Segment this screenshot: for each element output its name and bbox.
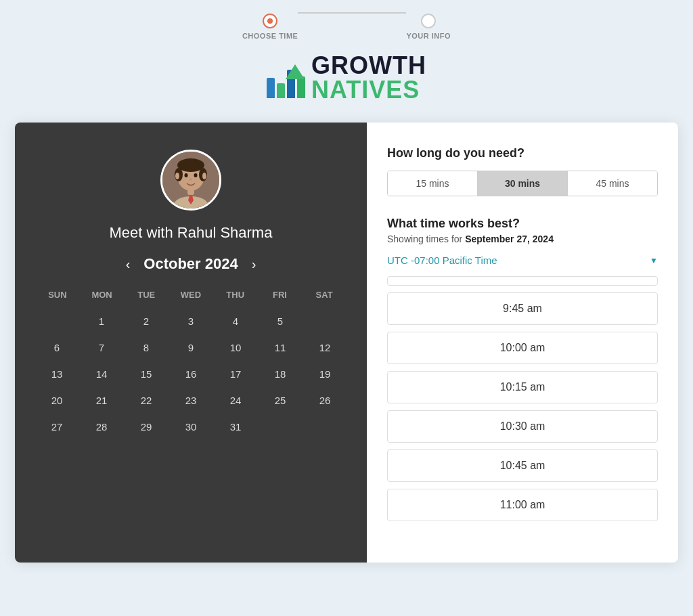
day-header-sat: SAT — [302, 286, 346, 303]
prev-month-button[interactable]: ‹ — [126, 257, 131, 272]
avatar-image — [162, 152, 219, 208]
time-slot-placeholder — [387, 276, 658, 286]
avatar — [160, 150, 221, 211]
right-panel: How long do you need? 15 mins 30 mins 45… — [367, 123, 678, 563]
time-slot[interactable]: 11:00 am — [387, 489, 658, 521]
calendar-day[interactable]: 1 — [80, 309, 123, 334]
svg-point-12 — [202, 173, 206, 179]
duration-15-button[interactable]: 15 mins — [388, 171, 478, 196]
calendar-day[interactable]: 4 — [214, 309, 257, 334]
calendar-day[interactable]: 8 — [125, 335, 168, 360]
calendar-day[interactable]: 26 — [303, 388, 346, 413]
calendar-panel: Meet with Rahul Sharma ‹ October 2024 › … — [15, 123, 367, 563]
day-header-tue: TUE — [124, 286, 169, 303]
logo: GROWTH NATIVES — [267, 53, 426, 102]
calendar-nav: ‹ October 2024 › — [35, 255, 346, 273]
duration-45-button[interactable]: 45 mins — [568, 171, 657, 196]
calendar-day[interactable]: 21 — [80, 388, 123, 413]
calendar-day[interactable]: 17 — [214, 361, 257, 387]
calendar-day[interactable]: 22 — [125, 388, 168, 413]
calendar-day[interactable]: 14 — [80, 361, 123, 387]
timezone-label: UTC -07:00 Pacific Time — [387, 255, 497, 266]
logo-natives-text: NATIVES — [311, 78, 426, 102]
calendar-day — [303, 414, 346, 439]
calendar-header-row: SUN MON TUE WED THU FRI SAT — [35, 286, 346, 303]
calendar-day[interactable]: 31 — [214, 414, 257, 439]
logo-text: GROWTH NATIVES — [311, 53, 426, 102]
time-title: What time works best? — [387, 217, 658, 231]
step2-label: YOUR INFO — [406, 32, 451, 40]
timezone-arrow-icon: ▼ — [650, 256, 658, 265]
calendar-day[interactable]: 5 — [259, 309, 302, 334]
calendar-day[interactable]: 28 — [80, 414, 123, 439]
calendar-day[interactable]: 18 — [259, 361, 302, 387]
step1-circle — [263, 14, 277, 28]
duration-title: How long do you need? — [387, 146, 658, 160]
progress-connector — [298, 12, 406, 14]
calendar-day[interactable]: 15 — [125, 361, 168, 387]
svg-point-8 — [185, 173, 188, 177]
logo-bars-icon — [267, 58, 305, 98]
calendar-day[interactable]: 24 — [214, 388, 257, 413]
timezone-selector[interactable]: UTC -07:00 Pacific Time ▼ — [387, 255, 658, 266]
calendar-day[interactable]: 2 — [125, 309, 168, 334]
time-showing: Showing times for September 27, 2024 — [387, 234, 658, 244]
svg-point-10 — [189, 179, 192, 181]
time-slot[interactable]: 10:45 am — [387, 449, 658, 482]
day-header-sun: SUN — [35, 286, 80, 303]
time-slot[interactable]: 9:45 am — [387, 292, 658, 325]
calendar-month-year: October 2024 — [143, 255, 238, 273]
main-content: Meet with Rahul Sharma ‹ October 2024 › … — [15, 123, 678, 563]
calendar-day[interactable]: 16 — [169, 361, 213, 387]
calendar-day[interactable]: 25 — [259, 388, 302, 413]
calendar-day[interactable]: 3 — [169, 309, 213, 334]
calendar-day[interactable]: 20 — [35, 388, 79, 413]
time-showing-date: September 27, 2024 — [465, 234, 554, 244]
time-slot[interactable]: 10:15 am — [387, 371, 658, 403]
calendar-day[interactable]: 29 — [125, 414, 168, 439]
duration-buttons: 15 mins 30 mins 45 mins — [387, 171, 658, 196]
step2-circle — [421, 14, 436, 28]
calendar-day[interactable]: 23 — [169, 388, 213, 413]
calendar-day[interactable]: 9 — [169, 335, 213, 360]
calendar-day — [35, 309, 79, 334]
svg-point-9 — [194, 173, 198, 177]
day-header-wed: WED — [169, 286, 213, 303]
time-slot[interactable]: 10:00 am — [387, 332, 658, 364]
progress-bar: CHOOSE TIME YOUR INFO — [211, 14, 482, 40]
step1-label: CHOOSE TIME — [242, 32, 298, 40]
calendar-day[interactable]: 12 — [303, 335, 346, 360]
calendar-day — [303, 309, 346, 334]
calendar-body: 1234567891011121314151617181920212223242… — [35, 309, 346, 439]
day-header-thu: THU — [213, 286, 258, 303]
calendar-day[interactable]: 13 — [35, 361, 79, 387]
time-showing-prefix: Showing times for — [387, 234, 465, 244]
day-header-mon: MON — [80, 286, 125, 303]
calendar-day[interactable]: 10 — [214, 335, 257, 360]
day-header-fri: FRI — [258, 286, 303, 303]
time-slot-list: 9:45 am10:00 am10:15 am10:30 am10:45 am1… — [387, 292, 658, 521]
calendar-day[interactable]: 7 — [80, 335, 123, 360]
step1-dot — [267, 18, 273, 24]
duration-30-button[interactable]: 30 mins — [478, 171, 568, 196]
calendar-grid: SUN MON TUE WED THU FRI SAT 123456789101… — [35, 286, 346, 439]
calendar-day[interactable]: 27 — [35, 414, 79, 439]
next-month-button[interactable]: › — [252, 257, 256, 272]
calendar-day[interactable]: 30 — [169, 414, 213, 439]
calendar-day[interactable]: 19 — [303, 361, 346, 387]
svg-point-11 — [175, 173, 179, 179]
meet-title: Meet with Rahul Sharma — [110, 224, 273, 242]
logo-growth-text: GROWTH — [311, 53, 426, 78]
calendar-day[interactable]: 11 — [259, 335, 302, 360]
step-choose-time: CHOOSE TIME — [242, 14, 298, 40]
step-your-info: YOUR INFO — [406, 14, 451, 40]
time-slot[interactable]: 10:30 am — [387, 410, 658, 443]
calendar-day[interactable]: 6 — [35, 335, 79, 360]
calendar-day — [259, 414, 302, 439]
